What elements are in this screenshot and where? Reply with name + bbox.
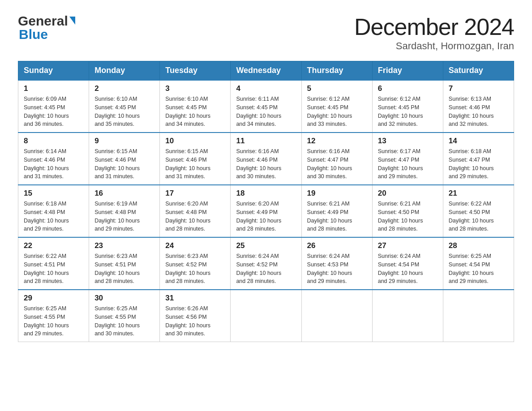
weekday-header-saturday: Saturday	[443, 61, 514, 81]
weekday-header-tuesday: Tuesday	[160, 61, 231, 81]
day-info: Sunrise: 6:19 AM Sunset: 4:48 PM Dayligh…	[94, 200, 154, 233]
day-number: 15	[24, 189, 83, 198]
day-cell: 3 Sunrise: 6:10 AM Sunset: 4:45 PM Dayli…	[160, 80, 231, 133]
day-number: 31	[165, 294, 225, 303]
logo-triangle-icon	[69, 17, 75, 25]
day-info: Sunrise: 6:12 AM Sunset: 4:45 PM Dayligh…	[378, 95, 438, 128]
title-area: December 2024 Sardasht, Hormozgan, Iran	[354, 13, 514, 52]
day-number: 25	[236, 241, 296, 250]
day-number: 27	[378, 241, 438, 250]
weekday-header-thursday: Thursday	[301, 61, 372, 81]
day-info: Sunrise: 6:21 AM Sunset: 4:49 PM Dayligh…	[307, 200, 367, 233]
day-cell: 5 Sunrise: 6:12 AM Sunset: 4:45 PM Dayli…	[301, 80, 372, 133]
day-cell: 16 Sunrise: 6:19 AM Sunset: 4:48 PM Dayl…	[89, 185, 160, 237]
day-info: Sunrise: 6:25 AM Sunset: 4:55 PM Dayligh…	[94, 304, 154, 338]
day-info: Sunrise: 6:15 AM Sunset: 4:46 PM Dayligh…	[94, 147, 154, 181]
day-info: Sunrise: 6:22 AM Sunset: 4:51 PM Dayligh…	[24, 252, 83, 286]
calendar-table: SundayMondayTuesdayWednesdayThursdayFrid…	[18, 61, 514, 342]
weekday-header-friday: Friday	[372, 61, 443, 81]
day-cell: 12 Sunrise: 6:16 AM Sunset: 4:47 PM Dayl…	[301, 133, 372, 185]
day-number: 13	[378, 137, 438, 146]
day-number: 29	[24, 294, 83, 303]
location-subtitle: Sardasht, Hormozgan, Iran	[354, 40, 514, 52]
day-cell: 30 Sunrise: 6:25 AM Sunset: 4:55 PM Dayl…	[89, 290, 160, 342]
day-info: Sunrise: 6:20 AM Sunset: 4:49 PM Dayligh…	[236, 200, 296, 233]
day-info: Sunrise: 6:21 AM Sunset: 4:50 PM Dayligh…	[378, 200, 438, 233]
day-cell: 17 Sunrise: 6:20 AM Sunset: 4:48 PM Dayl…	[160, 185, 231, 237]
month-title: December 2024	[354, 13, 514, 40]
day-number: 12	[307, 137, 367, 146]
day-cell: 20 Sunrise: 6:21 AM Sunset: 4:50 PM Dayl…	[372, 185, 443, 237]
day-info: Sunrise: 6:13 AM Sunset: 4:46 PM Dayligh…	[449, 95, 508, 128]
day-number: 26	[307, 241, 367, 250]
day-number: 3	[165, 84, 225, 93]
day-info: Sunrise: 6:16 AM Sunset: 4:47 PM Dayligh…	[307, 147, 367, 181]
day-number: 21	[449, 189, 508, 198]
day-info: Sunrise: 6:11 AM Sunset: 4:45 PM Dayligh…	[236, 95, 296, 128]
day-cell: 29 Sunrise: 6:25 AM Sunset: 4:55 PM Dayl…	[18, 290, 89, 342]
day-cell: 10 Sunrise: 6:15 AM Sunset: 4:46 PM Dayl…	[160, 133, 231, 185]
weekday-header-row: SundayMondayTuesdayWednesdayThursdayFrid…	[18, 61, 514, 81]
week-row-5: 29 Sunrise: 6:25 AM Sunset: 4:55 PM Dayl…	[18, 290, 514, 342]
day-cell: 7 Sunrise: 6:13 AM Sunset: 4:46 PM Dayli…	[443, 80, 514, 133]
week-row-1: 1 Sunrise: 6:09 AM Sunset: 4:45 PM Dayli…	[18, 80, 514, 133]
logo-general: General	[18, 13, 68, 29]
day-number: 20	[378, 189, 438, 198]
day-cell: 8 Sunrise: 6:14 AM Sunset: 4:46 PM Dayli…	[18, 133, 89, 185]
day-cell: 22 Sunrise: 6:22 AM Sunset: 4:51 PM Dayl…	[18, 237, 89, 290]
day-info: Sunrise: 6:14 AM Sunset: 4:46 PM Dayligh…	[24, 147, 83, 181]
header: General Blue December 2024 Sardasht, Hor…	[18, 13, 514, 52]
day-number: 22	[24, 241, 83, 250]
day-info: Sunrise: 6:25 AM Sunset: 4:54 PM Dayligh…	[449, 252, 508, 286]
day-info: Sunrise: 6:26 AM Sunset: 4:56 PM Dayligh…	[165, 304, 225, 338]
weekday-header-sunday: Sunday	[18, 61, 89, 81]
day-cell: 25 Sunrise: 6:24 AM Sunset: 4:52 PM Dayl…	[231, 237, 301, 290]
weekday-header-monday: Monday	[89, 61, 160, 81]
day-info: Sunrise: 6:23 AM Sunset: 4:52 PM Dayligh…	[165, 252, 225, 286]
day-number: 2	[94, 84, 154, 93]
day-info: Sunrise: 6:15 AM Sunset: 4:46 PM Dayligh…	[165, 147, 225, 181]
day-number: 5	[307, 84, 367, 93]
day-cell	[231, 290, 301, 342]
day-cell	[301, 290, 372, 342]
day-cell: 27 Sunrise: 6:24 AM Sunset: 4:54 PM Dayl…	[372, 237, 443, 290]
day-cell: 23 Sunrise: 6:23 AM Sunset: 4:51 PM Dayl…	[89, 237, 160, 290]
day-cell: 2 Sunrise: 6:10 AM Sunset: 4:45 PM Dayli…	[89, 80, 160, 133]
day-info: Sunrise: 6:12 AM Sunset: 4:45 PM Dayligh…	[307, 95, 367, 128]
day-info: Sunrise: 6:24 AM Sunset: 4:52 PM Dayligh…	[236, 252, 296, 286]
logo-blue: Blue	[18, 27, 48, 42]
day-info: Sunrise: 6:18 AM Sunset: 4:48 PM Dayligh…	[24, 200, 83, 233]
day-cell: 1 Sunrise: 6:09 AM Sunset: 4:45 PM Dayli…	[18, 80, 89, 133]
day-cell	[372, 290, 443, 342]
day-number: 30	[94, 294, 154, 303]
day-cell: 31 Sunrise: 6:26 AM Sunset: 4:56 PM Dayl…	[160, 290, 231, 342]
weekday-header-wednesday: Wednesday	[231, 61, 301, 81]
day-number: 7	[449, 84, 508, 93]
day-cell: 9 Sunrise: 6:15 AM Sunset: 4:46 PM Dayli…	[89, 133, 160, 185]
day-info: Sunrise: 6:10 AM Sunset: 4:45 PM Dayligh…	[94, 95, 154, 128]
day-number: 28	[449, 241, 508, 250]
day-info: Sunrise: 6:24 AM Sunset: 4:54 PM Dayligh…	[378, 252, 438, 286]
logo: General Blue	[18, 13, 75, 42]
day-cell: 14 Sunrise: 6:18 AM Sunset: 4:47 PM Dayl…	[443, 133, 514, 185]
day-cell: 21 Sunrise: 6:22 AM Sunset: 4:50 PM Dayl…	[443, 185, 514, 237]
day-cell: 18 Sunrise: 6:20 AM Sunset: 4:49 PM Dayl…	[231, 185, 301, 237]
day-number: 17	[165, 189, 225, 198]
day-info: Sunrise: 6:16 AM Sunset: 4:46 PM Dayligh…	[236, 147, 296, 181]
week-row-2: 8 Sunrise: 6:14 AM Sunset: 4:46 PM Dayli…	[18, 133, 514, 185]
day-info: Sunrise: 6:25 AM Sunset: 4:55 PM Dayligh…	[24, 304, 83, 338]
day-number: 14	[449, 137, 508, 146]
day-number: 16	[94, 189, 154, 198]
day-number: 10	[165, 137, 225, 146]
day-number: 9	[94, 137, 154, 146]
day-number: 4	[236, 84, 296, 93]
day-info: Sunrise: 6:09 AM Sunset: 4:45 PM Dayligh…	[24, 95, 83, 128]
day-number: 8	[24, 137, 83, 146]
day-cell: 28 Sunrise: 6:25 AM Sunset: 4:54 PM Dayl…	[443, 237, 514, 290]
day-cell: 15 Sunrise: 6:18 AM Sunset: 4:48 PM Dayl…	[18, 185, 89, 237]
day-info: Sunrise: 6:10 AM Sunset: 4:45 PM Dayligh…	[165, 95, 225, 128]
day-number: 24	[165, 241, 225, 250]
day-cell: 13 Sunrise: 6:17 AM Sunset: 4:47 PM Dayl…	[372, 133, 443, 185]
day-info: Sunrise: 6:24 AM Sunset: 4:53 PM Dayligh…	[307, 252, 367, 286]
day-cell	[443, 290, 514, 342]
